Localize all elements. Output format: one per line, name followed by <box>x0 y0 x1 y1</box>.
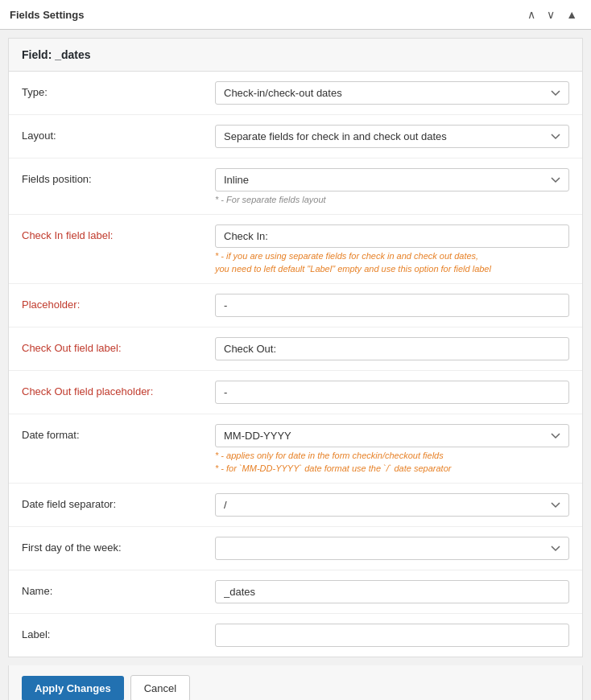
check-in-label-control: * - if you are using separate fields for… <box>215 224 569 274</box>
layout-label: Layout: <box>22 125 215 142</box>
layout-row: Layout: Separate fields for check in and… <box>9 115 582 159</box>
check-in-label-label: Check In field label: <box>22 224 215 241</box>
date-format-control: MM-DD-YYYY * - applies only for date in … <box>215 424 569 473</box>
field-header: Field: _dates <box>9 39 582 72</box>
label-control <box>215 624 569 647</box>
label-label: Label: <box>22 624 215 640</box>
name-control <box>215 580 569 603</box>
window-controls: ∧ ∨ ▲ <box>523 6 581 23</box>
placeholder-row: Placeholder: <box>9 284 582 327</box>
check-out-placeholder-row: Check Out field placeholder: <box>9 371 582 414</box>
cancel-button[interactable]: Cancel <box>130 675 190 700</box>
window-header: Fields Settings ∧ ∨ ▲ <box>0 0 591 30</box>
type-label: Type: <box>22 81 215 98</box>
fields-position-label: Fields position: <box>22 168 215 185</box>
fields-position-row: Fields position: Inline * - For separate… <box>9 159 582 215</box>
date-separator-label: Date field separator: <box>22 493 215 510</box>
type-control: Check-in/check-out dates <box>215 81 569 105</box>
check-out-placeholder-label: Check Out field placeholder: <box>22 381 215 397</box>
settings-panel: Field: _dates Type: Check-in/check-out d… <box>8 38 583 657</box>
first-day-label: First day of the week: <box>22 537 215 554</box>
date-format-hint2: * - for `MM-DD-YYYY` date format use the… <box>215 463 569 473</box>
check-out-placeholder-control <box>215 381 569 404</box>
name-input[interactable] <box>215 580 569 603</box>
date-separator-control: / <box>215 493 569 517</box>
check-out-label-label: Check Out field label: <box>22 337 215 354</box>
first-day-row: First day of the week: <box>9 527 582 570</box>
date-format-row: Date format: MM-DD-YYYY * - applies only… <box>9 414 582 484</box>
label-input[interactable] <box>215 624 569 647</box>
first-day-select[interactable] <box>215 537 569 560</box>
layout-control: Separate fields for check in and check o… <box>215 125 569 148</box>
placeholder-input[interactable] <box>215 294 569 317</box>
expand-button[interactable]: ∨ <box>543 6 559 23</box>
fields-position-hint: * - For separate fields layout <box>215 195 569 204</box>
check-in-label-row: Check In field label: * - if you are usi… <box>9 215 582 284</box>
form-body: Type: Check-in/check-out dates Layout: S… <box>9 72 582 657</box>
date-separator-row: Date field separator: / <box>9 484 582 527</box>
detach-button[interactable]: ▲ <box>562 6 581 23</box>
check-out-label-control <box>215 337 569 360</box>
first-day-control <box>215 537 569 560</box>
type-row: Type: Check-in/check-out dates <box>9 72 582 115</box>
check-in-hint-line2: you need to left default "Label" empty a… <box>215 264 569 274</box>
check-out-label-row: Check Out field label: <box>9 327 582 371</box>
placeholder-control <box>215 294 569 317</box>
type-select[interactable]: Check-in/check-out dates <box>215 81 569 105</box>
window-title: Fields Settings <box>10 9 84 21</box>
check-in-label-input[interactable] <box>215 224 569 248</box>
apply-changes-button[interactable]: Apply Changes <box>22 676 124 700</box>
date-format-select[interactable]: MM-DD-YYYY <box>215 424 569 447</box>
label-row: Label: <box>9 614 582 657</box>
layout-select[interactable]: Separate fields for check in and check o… <box>215 125 569 148</box>
placeholder-label: Placeholder: <box>22 294 215 311</box>
date-separator-select[interactable]: / <box>215 493 569 517</box>
fields-position-control: Inline * - For separate fields layout <box>215 168 569 204</box>
collapse-button[interactable]: ∧ <box>523 6 539 23</box>
field-title: Field: _dates <box>22 48 91 61</box>
name-label: Name: <box>22 580 215 597</box>
check-out-placeholder-input[interactable] <box>215 381 569 404</box>
date-format-hint1: * - applies only for date in the form ch… <box>215 451 569 460</box>
footer: Apply Changes Cancel <box>8 665 583 700</box>
check-out-label-input[interactable] <box>215 337 569 360</box>
date-format-label: Date format: <box>22 424 215 441</box>
fields-position-select[interactable]: Inline <box>215 168 569 191</box>
name-row: Name: <box>9 570 582 614</box>
check-in-hint-line1: * - if you are using separate fields for… <box>215 251 569 261</box>
